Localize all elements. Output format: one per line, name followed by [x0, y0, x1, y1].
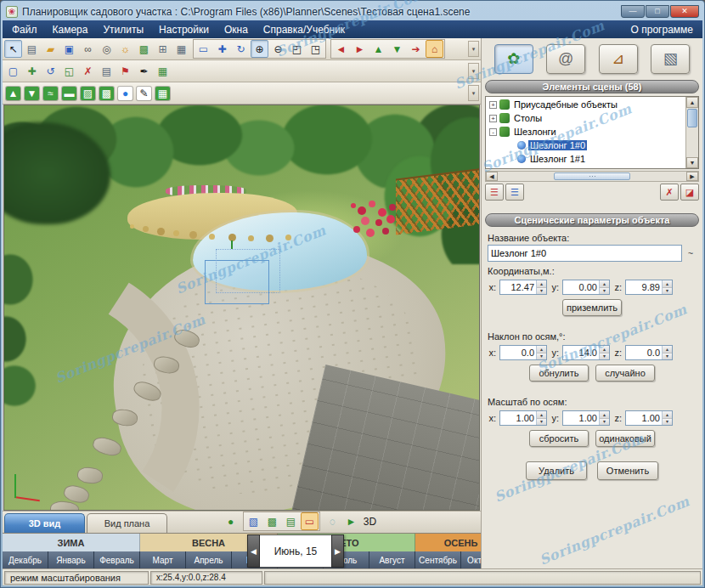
expand-tree-button[interactable]: ☰ — [485, 184, 504, 201]
previous-day-button[interactable]: ◀ — [247, 534, 260, 568]
month-cell[interactable]: Апрель — [186, 551, 232, 568]
lasso-tool-button[interactable]: ◌ — [324, 512, 341, 530]
pan-view-button[interactable]: ✚ — [213, 40, 231, 58]
menu-item[interactable]: Файл — [4, 22, 45, 37]
terrain-lower-button[interactable]: ▼ — [23, 84, 41, 102]
tree-expander[interactable]: + — [489, 101, 497, 109]
new-scene-button[interactable]: ▤ — [23, 40, 41, 58]
terrain-flatten-button[interactable]: ▬ — [60, 84, 78, 102]
walk-mode-button[interactable]: ► — [342, 512, 360, 530]
ground-button[interactable]: приземлить — [562, 299, 622, 316]
rotate-object-button[interactable]: ↺ — [42, 62, 59, 80]
spinner-value[interactable]: 1.00 — [563, 411, 599, 425]
hose-mode-button[interactable]: @ — [546, 44, 585, 74]
menu-item[interactable]: Камера — [45, 22, 96, 37]
scroll-left-button[interactable]: ◀ — [486, 172, 498, 181]
tree-item[interactable]: + Столы — [486, 111, 685, 125]
cancel-button[interactable]: Отменить — [597, 461, 658, 480]
month-cell[interactable]: Январь — [48, 551, 94, 568]
tree-expander[interactable]: + — [489, 115, 497, 122]
scrollbar-thumb[interactable] — [687, 109, 697, 127]
camera-up-button[interactable]: ▲ — [369, 40, 387, 58]
close-button[interactable]: ✕ — [670, 5, 699, 18]
scrollbar-track[interactable] — [498, 172, 554, 181]
menu-item[interactable]: Справка/Учебник — [256, 22, 352, 37]
scrollbar-track[interactable] — [630, 172, 686, 181]
spin-up-button[interactable]: ▴ — [600, 346, 609, 353]
spinner-value[interactable]: 14.0 — [563, 346, 599, 359]
minimize-button[interactable]: — — [621, 5, 645, 18]
month-cell[interactable]: Февраль — [94, 551, 140, 568]
frame-select-button[interactable]: ▭ — [195, 40, 212, 58]
object-name-input[interactable] — [488, 245, 682, 262]
tab-plan-view[interactable]: Вид плана — [87, 513, 167, 533]
reset-scale-button[interactable]: сбросить — [529, 430, 589, 447]
spinner-value[interactable]: 0.00 — [563, 280, 599, 294]
select-tool[interactable]: ↖ — [4, 40, 22, 58]
spin-down-button[interactable]: ▾ — [663, 288, 672, 295]
tree-item[interactable]: Шезлонг 1#0 — [486, 139, 685, 152]
perspective-button[interactable]: ● — [222, 512, 240, 530]
tab-3d-view[interactable]: 3D вид — [4, 513, 85, 533]
scrollbar-track[interactable] — [686, 128, 698, 157]
delete-item-button[interactable]: ✗ — [660, 184, 679, 201]
spin-up-button[interactable]: ▴ — [663, 411, 672, 419]
flag-button[interactable]: ⚑ — [116, 62, 134, 80]
uniform-scale-button[interactable]: одинаковый — [595, 430, 655, 447]
spin-down-button[interactable]: ▾ — [600, 353, 609, 360]
table-button[interactable]: ▦ — [172, 40, 190, 58]
camera-down-button[interactable]: ▼ — [388, 40, 406, 58]
camera-home-button[interactable]: ⌂ — [426, 40, 443, 58]
calculator-button[interactable]: ⊞ — [154, 40, 172, 58]
spin-down-button[interactable]: ▾ — [537, 288, 546, 295]
maximize-button[interactable]: □ — [646, 5, 669, 18]
spin-up-button[interactable]: ▴ — [537, 346, 546, 353]
clear-list-button[interactable]: ◪ — [680, 184, 699, 201]
month-cell[interactable]: Декабрь — [3, 551, 48, 568]
tree-horizontal-scrollbar[interactable]: ◀ ▶ — [485, 171, 699, 182]
zero-tilt-button[interactable]: обнулить — [529, 365, 589, 382]
spin-up-button[interactable]: ▴ — [600, 280, 609, 288]
viewport-3d[interactable] — [3, 105, 480, 511]
zoom-window-button[interactable]: ◰ — [288, 40, 306, 58]
spinner-value[interactable]: 1.00 — [500, 411, 536, 425]
tree-vertical-scrollbar[interactable]: ▲ ▼ — [685, 97, 698, 168]
background-button[interactable]: ▩ — [135, 40, 153, 58]
tree-item[interactable]: Шезлонг 1#1 — [486, 152, 685, 166]
object-mode-button[interactable]: ▧ — [651, 44, 690, 74]
toolbar-overflow-button[interactable]: ▾ — [468, 41, 479, 57]
month-cell[interactable]: Март — [140, 551, 186, 568]
collapse-tree-button[interactable]: ☰ — [505, 184, 524, 201]
scale-object-button[interactable]: ◱ — [60, 62, 78, 80]
scale-x-spinner[interactable]: 1.00 ▴ ▾ — [499, 410, 547, 426]
measure-mode-button[interactable]: ⊿ — [599, 44, 638, 74]
spin-up-button[interactable]: ▴ — [663, 280, 672, 288]
spin-down-button[interactable]: ▾ — [600, 419, 609, 426]
spinner-value[interactable]: 0.0 — [626, 346, 662, 359]
scale-z-spinner[interactable]: 1.00 ▴ ▾ — [625, 410, 673, 426]
link-button[interactable]: ∞ — [79, 40, 97, 58]
spin-up-button[interactable]: ▴ — [537, 280, 546, 288]
month-cell[interactable]: Сентябрь — [415, 551, 461, 568]
copy-object-button[interactable]: ▤ — [98, 62, 116, 80]
spinner-value[interactable]: 9.89 — [626, 280, 662, 294]
camera-left-button[interactable]: ◄ — [332, 40, 350, 58]
open-scene-button[interactable]: ▰ — [42, 40, 59, 58]
plants-mode-button[interactable]: ✿ — [494, 44, 533, 74]
tilt-y-spinner[interactable]: 14.0 ▴ ▾ — [562, 345, 610, 360]
eyedropper-button[interactable]: ✒ — [135, 62, 153, 80]
terrain-paint-button[interactable]: ▨ — [79, 84, 97, 102]
spin-down-button[interactable]: ▾ — [537, 419, 546, 426]
zoom-in-button[interactable]: ⊕ — [251, 40, 268, 58]
terrain-grid-button[interactable]: ▦ — [154, 84, 172, 102]
delete-button[interactable]: Удалить — [526, 461, 587, 480]
terrain-view-button[interactable]: ▩ — [263, 512, 281, 530]
pencil-tool-button[interactable]: ✎ — [135, 84, 153, 102]
light-button[interactable]: ☼ — [116, 40, 134, 58]
month-cell[interactable]: Август — [369, 551, 415, 568]
camera-walk-button[interactable]: ➔ — [407, 40, 425, 58]
tree-expander[interactable]: - — [489, 128, 497, 136]
random-tilt-button[interactable]: случайно — [595, 365, 655, 382]
rotate-3d-button[interactable]: 3D — [361, 512, 379, 530]
menu-item[interactable]: Утилиты — [95, 22, 151, 37]
